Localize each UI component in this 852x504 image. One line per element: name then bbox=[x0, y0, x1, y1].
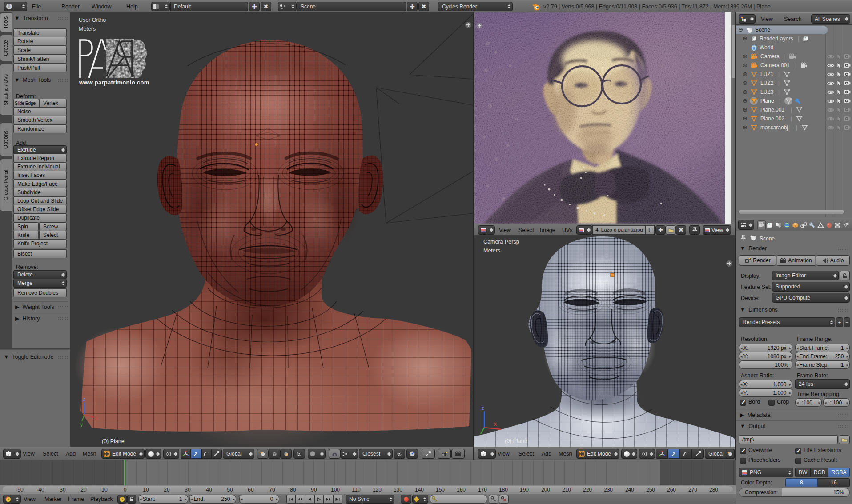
svg-text:www.parpatrimonio.com: www.parpatrimonio.com bbox=[79, 79, 149, 86]
svg-text:y: y bbox=[80, 422, 83, 427]
svg-text:(0) Plane: (0) Plane bbox=[505, 438, 527, 444]
svg-text:Meters: Meters bbox=[79, 26, 96, 32]
svg-text:Camera Persp: Camera Persp bbox=[483, 239, 519, 245]
svg-text:x: x bbox=[494, 421, 497, 427]
svg-text:(0) Plane: (0) Plane bbox=[102, 438, 125, 444]
svg-text:z: z bbox=[482, 406, 484, 411]
svg-text:Meters: Meters bbox=[483, 248, 500, 254]
svg-text:x: x bbox=[96, 416, 98, 420]
svg-text:User Ortho: User Ortho bbox=[79, 17, 106, 23]
svg-text:z: z bbox=[83, 397, 85, 402]
